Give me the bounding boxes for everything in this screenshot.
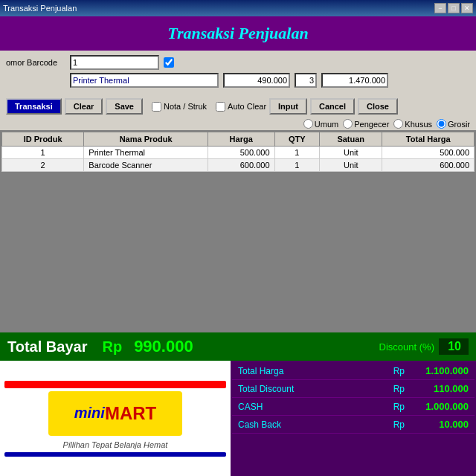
pricing-khusus[interactable]: Khusus [393, 119, 432, 129]
transaksi-button[interactable]: Transaksi [6, 98, 62, 115]
cell-satuan: Unit [320, 147, 382, 159]
window-title: Transaksi Penjualan [3, 4, 77, 13]
barcode-row: omor Barcode [6, 55, 470, 70]
header-section: Transaksi Penjualan [0, 16, 476, 51]
table-row: 1 Printer Thermal 500.000 1 Unit 500.000 [2, 147, 475, 159]
title-bar: Transaksi Penjualan − □ ✕ [0, 0, 476, 16]
bottom-section: mini MART Pillihan Tepat Belanja Hemat T… [0, 361, 476, 476]
cell-harga: 600.000 [208, 159, 274, 172]
summary-rp: Rp [393, 384, 405, 394]
summary-label: Cash Back [238, 419, 393, 430]
auto-clear-checkbox[interactable] [216, 102, 225, 112]
minimize-button[interactable]: − [434, 3, 446, 13]
main-window: Transaksi Penjualan omor Barcode Transak… [0, 16, 476, 476]
col-harga: Harga [208, 132, 274, 147]
barcode-input[interactable] [70, 55, 159, 70]
product-row [6, 73, 470, 88]
price-input[interactable] [223, 73, 290, 88]
logo-mart: MART [105, 403, 156, 424]
discount-label: Discount (%) [379, 341, 434, 353]
pricing-grosir[interactable]: Grosir [437, 119, 470, 129]
summary-label: Total Discount [238, 384, 393, 394]
summary-row: Cash Back Rp 10.000 [232, 416, 475, 434]
product-table: ID Produk Nama Produk Harga QTY Satuan T… [1, 132, 475, 172]
summary-row: Total Harga Rp 1.100.000 [232, 362, 475, 380]
cell-total: 500.000 [382, 147, 475, 159]
cancel-button[interactable]: Cancel [310, 98, 355, 115]
pricing-umum[interactable]: Umum [303, 119, 338, 129]
qty-input[interactable] [295, 73, 317, 88]
cell-harga: 500.000 [208, 147, 274, 159]
total-rp: Rp [102, 338, 122, 356]
cell-id: 2 [2, 159, 84, 172]
barcode-label: omor Barcode [6, 58, 65, 67]
summary-value: 1.100.000 [409, 365, 469, 376]
summary-rp: Rp [393, 402, 405, 412]
input-button[interactable]: Input [269, 98, 307, 115]
table-header-row: ID Produk Nama Produk Harga QTY Satuan T… [2, 132, 475, 147]
summary-label: CASH [238, 402, 393, 412]
total-amount: 990.000 [134, 337, 379, 356]
nota-label: Nota / Struk [152, 102, 207, 112]
auto-clear-label: Auto Clear [216, 102, 266, 112]
barcode-checkbox[interactable] [164, 57, 174, 68]
table-body: 1 Printer Thermal 500.000 1 Unit 500.000… [2, 147, 475, 172]
nota-checkbox[interactable] [152, 102, 161, 112]
blue-bar [4, 452, 226, 457]
window-controls: − □ ✕ [434, 3, 473, 13]
cell-nama: Barcode Scanner [84, 159, 208, 172]
save-button[interactable]: Save [106, 98, 143, 115]
summary-label: Total Harga [238, 366, 393, 376]
close-button[interactable]: Close [358, 98, 398, 115]
summary-section: Total Harga Rp 1.100.000 Total Discount … [231, 361, 476, 476]
page-title: Transaksi Penjualan [0, 24, 476, 43]
clear-button[interactable]: Clear [65, 98, 103, 115]
summary-value: 10.000 [409, 419, 469, 430]
col-total: Total Harga [382, 132, 475, 147]
summary-value: 1.000.000 [409, 401, 469, 412]
cell-satuan: Unit [320, 159, 382, 172]
cell-qty: 1 [274, 159, 320, 172]
maximize-button[interactable]: □ [448, 3, 460, 13]
button-row: Transaksi Clear Save Nota / Struk Auto C… [0, 95, 476, 118]
col-qty: QTY [274, 132, 320, 147]
cell-nama: Printer Thermal [84, 147, 208, 159]
window-close-button[interactable]: ✕ [461, 3, 473, 13]
summary-value: 110.000 [409, 383, 469, 394]
col-id: ID Produk [2, 132, 84, 147]
logo-box: mini MART [48, 391, 182, 436]
cell-id: 1 [2, 147, 84, 159]
discount-value: 10 [439, 338, 469, 355]
col-satuan: Satuan [320, 132, 382, 147]
summary-rp: Rp [393, 419, 405, 430]
cell-total: 600.000 [382, 159, 475, 172]
col-nama: Nama Produk [84, 132, 208, 147]
logo-mini: mini [74, 405, 105, 422]
tagline: Pillihan Tepat Belanja Hemat [63, 440, 168, 449]
summary-rp: Rp [393, 366, 405, 376]
pricing-pengecer[interactable]: Pengecer [343, 119, 389, 129]
summary-row: CASH Rp 1.000.000 [232, 398, 475, 416]
logo-section: mini MART Pillihan Tepat Belanja Hemat [0, 361, 231, 476]
total-input[interactable] [321, 73, 388, 88]
form-area: omor Barcode [0, 51, 476, 95]
summary-row: Total Discount Rp 110.000 [232, 380, 475, 398]
product-table-container: ID Produk Nama Produk Harga QTY Satuan T… [0, 130, 476, 332]
total-label: Total Bayar [7, 338, 87, 356]
red-bar [4, 381, 226, 388]
product-name-input[interactable] [70, 73, 219, 88]
cell-qty: 1 [274, 147, 320, 159]
table-row: 2 Barcode Scanner 600.000 1 Unit 600.000 [2, 159, 475, 172]
pricing-row: Umum Pengecer Khusus Grosir [0, 118, 476, 130]
total-bar: Total Bayar Rp 990.000 Discount (%) 10 [0, 332, 476, 361]
